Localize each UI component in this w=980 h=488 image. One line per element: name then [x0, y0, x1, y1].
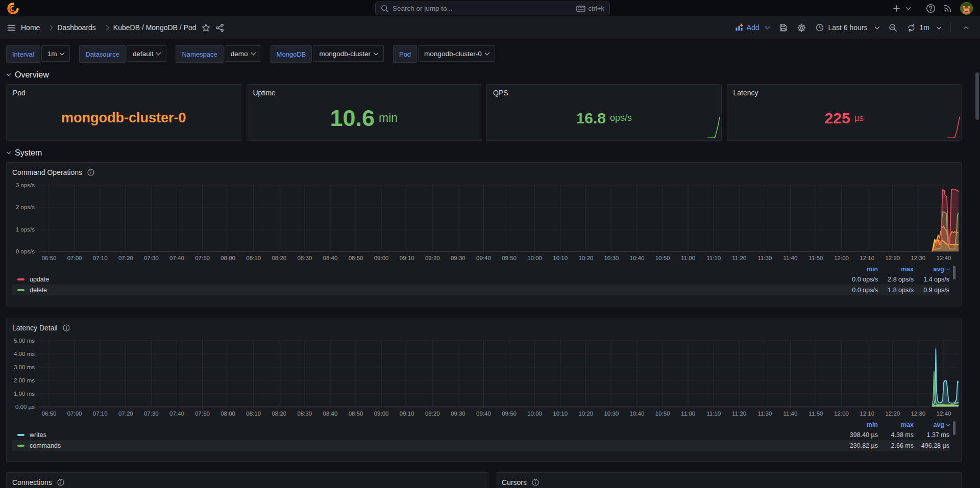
svg-text:07:50: 07:50: [195, 410, 210, 417]
search-input[interactable]: Search or jump to... ctrl+k: [375, 2, 610, 15]
variable-namespace: Namespacedemo: [176, 45, 261, 63]
sort-chevron-icon: [946, 422, 950, 426]
legend-sort-max[interactable]: max: [878, 421, 914, 428]
var-value-datasource[interactable]: default: [127, 45, 167, 62]
share-icon[interactable]: [215, 23, 224, 32]
svg-text:08:30: 08:30: [297, 255, 312, 261]
breadcrumb-item-dashboards[interactable]: Dashboards: [57, 23, 96, 32]
chart-legend: minmaxavgwrites398.40 µs4.38 ms1.37 msco…: [12, 420, 955, 451]
grafana-logo[interactable]: [7, 3, 19, 14]
legend-max-value: 1.8 ops/s: [878, 287, 914, 294]
legend-scrollbar[interactable]: [953, 421, 955, 435]
svg-text:10:20: 10:20: [578, 410, 593, 417]
svg-text:2 ops/s: 2 ops/s: [16, 204, 35, 210]
svg-text:11:50: 11:50: [809, 410, 823, 417]
legend-avg-value: 1.37 ms: [914, 431, 949, 439]
divider: [918, 4, 918, 12]
legend-sort-min[interactable]: min: [842, 421, 878, 428]
series-label[interactable]: update: [30, 276, 49, 283]
legend-scrollbar[interactable]: [953, 266, 955, 279]
svg-text:11:00: 11:00: [681, 255, 695, 261]
svg-text:4.00 ms: 4.00 ms: [14, 351, 35, 357]
var-value-mongodb[interactable]: mongodb-cluster: [313, 45, 384, 62]
legend-row-commands: commands230.82 µs2.66 ms496.28 µs: [12, 440, 949, 451]
svg-text:1.00 ms: 1.00 ms: [14, 391, 35, 397]
legend-sort-max[interactable]: max: [878, 266, 914, 273]
page-scrollbar[interactable]: [975, 72, 979, 120]
svg-text:07:30: 07:30: [144, 255, 159, 261]
info-icon[interactable]: [532, 479, 539, 486]
help-icon[interactable]: [926, 4, 936, 13]
legend-row-writes: writes398.40 µs4.38 ms1.37 ms: [12, 429, 949, 440]
stat-panel-qps: QPS16.8ops/s: [486, 84, 722, 141]
zoom-out-icon[interactable]: [889, 23, 897, 32]
var-value-interval[interactable]: 1m: [41, 45, 70, 62]
time-range-picker[interactable]: Last 6 hours: [816, 23, 878, 32]
legend-avg-value: 496.28 µs: [914, 442, 949, 449]
info-icon[interactable]: [87, 169, 94, 176]
panel-title[interactable]: Connections: [12, 478, 52, 486]
svg-text:09:20: 09:20: [425, 255, 440, 261]
sparkline: [947, 116, 960, 139]
svg-text:12:10: 12:10: [860, 410, 874, 417]
timeseries-plot[interactable]: 0 ops/s1 ops/s2 ops/s3 ops/s06:5007:0007…: [12, 179, 966, 263]
breadcrumb-item-kubedb-mongodb-pod[interactable]: KubeDB / MongoDB / Pod: [113, 23, 197, 32]
chevron-down-icon: [156, 50, 161, 55]
panel-title[interactable]: Latency Detail: [12, 324, 58, 332]
svg-text:09:10: 09:10: [400, 410, 414, 417]
var-label-mongodb[interactable]: MongoDB: [271, 45, 312, 63]
series-label[interactable]: commands: [30, 442, 61, 449]
star-icon[interactable]: [202, 23, 210, 32]
divider: [950, 23, 951, 32]
svg-text:07:40: 07:40: [169, 410, 184, 417]
info-icon[interactable]: [57, 479, 64, 486]
new-menu-button[interactable]: [893, 5, 910, 12]
section-system[interactable]: System: [7, 148, 962, 158]
legend-sort-avg[interactable]: avg: [914, 421, 949, 428]
time-range-label: Last 6 hours: [828, 23, 867, 32]
svg-text:11:00: 11:00: [681, 410, 695, 417]
svg-text:07:30: 07:30: [144, 410, 159, 417]
series-label[interactable]: delete: [30, 287, 47, 294]
panel-title[interactable]: Command Operations: [12, 168, 82, 176]
var-label-datasource[interactable]: Datasource: [79, 45, 125, 63]
info-icon[interactable]: [63, 324, 70, 331]
legend-min-value: 0.0 ops/s: [842, 287, 878, 294]
svg-text:09:20: 09:20: [425, 410, 440, 417]
menu-icon[interactable]: [7, 23, 16, 32]
series-label[interactable]: writes: [30, 431, 46, 439]
svg-text:09:00: 09:00: [374, 410, 389, 417]
panel-cursors: Cursors: [496, 472, 962, 488]
var-label-interval[interactable]: Interval: [6, 45, 40, 63]
variable-datasource: Datasourcedefault: [79, 45, 166, 63]
var-label-namespace[interactable]: Namespace: [176, 45, 223, 63]
news-rss-icon[interactable]: [943, 4, 952, 13]
svg-text:5.00 ms: 5.00 ms: [14, 338, 35, 344]
stat-panel-latency: Latency225µs: [727, 84, 962, 141]
collapse-controls-icon[interactable]: [964, 26, 969, 31]
panel-command-operations: Command Operations 0 ops/s1 ops/s2 ops/s…: [6, 162, 962, 306]
search-icon: [381, 5, 388, 12]
breadcrumb-item-home[interactable]: Home: [21, 23, 40, 32]
dashboard-settings-icon[interactable]: [797, 23, 806, 32]
chevron-right-icon: [104, 25, 109, 30]
refresh-picker[interactable]: 1m: [907, 23, 941, 32]
panel-title[interactable]: Cursors: [502, 478, 527, 486]
var-value-pod[interactable]: mongodb-cluster-0: [418, 45, 495, 62]
var-label-pod[interactable]: Pod: [393, 45, 417, 63]
save-dashboard-icon[interactable]: [779, 23, 788, 32]
svg-text:12:00: 12:00: [834, 255, 849, 261]
stat-value: 10.6min: [247, 96, 481, 140]
legend-sort-min[interactable]: min: [842, 266, 878, 273]
add-panel-button[interactable]: Add: [735, 23, 770, 32]
legend-sort-avg[interactable]: avg: [914, 266, 949, 273]
var-value-namespace[interactable]: demo: [225, 45, 261, 62]
user-avatar[interactable]: [960, 2, 973, 15]
svg-text:06:50: 06:50: [42, 255, 57, 261]
series-swatch: [17, 278, 24, 280]
stat-value: 225µs: [727, 96, 962, 140]
timeseries-plot[interactable]: 0.00 µs1.00 ms2.00 ms3.00 ms4.00 ms5.00 …: [12, 335, 966, 418]
panel-connections: Connections: [6, 472, 488, 488]
section-overview[interactable]: Overview: [7, 70, 962, 80]
svg-text:09:40: 09:40: [476, 255, 491, 261]
